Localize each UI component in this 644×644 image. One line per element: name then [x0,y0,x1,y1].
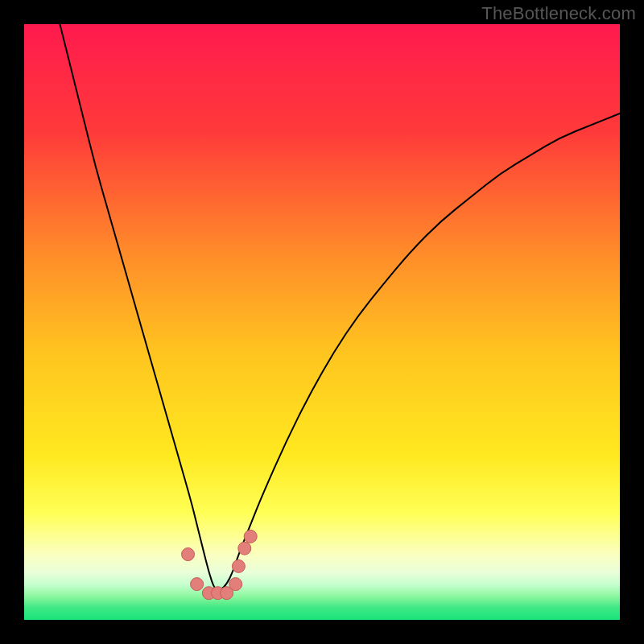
curve-marker [182,548,195,561]
curve-marker [244,530,257,543]
attribution-text: TheBottleneck.com [481,3,636,24]
curve-markers [182,530,258,599]
chart-frame: TheBottleneck.com [0,0,644,644]
curve-marker [238,542,251,555]
bottleneck-curve [24,24,620,620]
curve-line [60,24,620,590]
curve-marker [232,559,245,572]
curve-marker [191,578,204,591]
curve-marker [229,578,242,591]
plot-area [24,24,620,620]
